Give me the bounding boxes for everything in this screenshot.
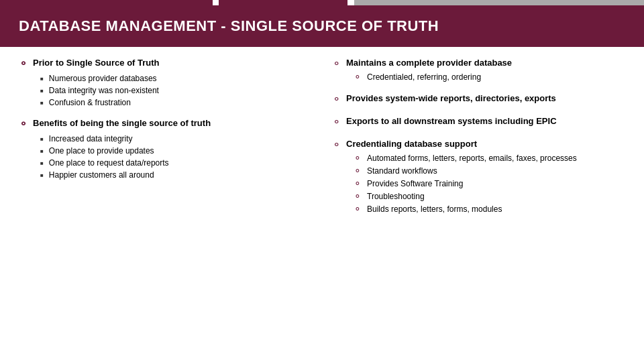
bullet-circle-icon: ⚬ — [332, 115, 341, 128]
bullet-circle-icon: ⚬ — [332, 138, 341, 151]
bullet-small-circle-icon: ⚬ — [354, 178, 362, 189]
right-sub-1-1: ⚬ Credentialed, referring, ordering — [354, 72, 625, 82]
bar1 — [0, 0, 213, 5]
right-section-4: ⚬ Credentialing database support ⚬ Autom… — [332, 139, 625, 215]
right-sub-4-3: ⚬ Provides Software Training — [354, 179, 625, 189]
left-sub-2-1: ■ Increased data integrity — [40, 134, 312, 143]
left-column: ⚬ Prior to Single Source of Truth ■ Nume… — [19, 58, 312, 225]
left-main-heading-1: ⚬ Prior to Single Source of Truth — [19, 58, 312, 70]
bullet-square-icon: ■ — [40, 160, 44, 166]
top-bars — [0, 0, 644, 5]
main-content: ⚬ Prior to Single Source of Truth ■ Nume… — [0, 58, 644, 225]
bullet-square-icon: ■ — [40, 100, 44, 106]
right-main-heading-3: ⚬ Exports to all downstream systems incl… — [332, 116, 625, 128]
bar4 — [347, 0, 354, 5]
bar5 — [354, 0, 644, 5]
page-title: DATABASE MANAGEMENT - SINGLE SOURCE OF T… — [19, 17, 625, 35]
bullet-square-icon: ■ — [40, 148, 44, 154]
bullet-circle-icon: ⚬ — [332, 57, 341, 70]
bullet-square-icon: ■ — [40, 136, 44, 142]
right-main-heading-1: ⚬ Maintains a complete provider database — [332, 58, 625, 70]
left-sub-1-2: ■ Data integrity was non-existent — [40, 86, 312, 95]
left-sub-2-3: ■ One place to request data/reports — [40, 158, 312, 168]
bullet-small-circle-icon: ⚬ — [354, 204, 362, 215]
bullet-small-circle-icon: ⚬ — [354, 72, 362, 82]
right-column: ⚬ Maintains a complete provider database… — [332, 58, 625, 225]
bullet-circle-icon: ⚬ — [332, 93, 341, 105]
bar2 — [213, 0, 219, 5]
right-sub-4-1: ⚬ Automated forms, letters, reports, ema… — [354, 154, 625, 164]
left-section-2: ⚬ Benefits of being the single source of… — [19, 118, 312, 180]
left-main-heading-2: ⚬ Benefits of being the single source of… — [19, 118, 312, 130]
right-sub-4-4: ⚬ Troubleshooting — [354, 192, 625, 202]
right-sub-4-5: ⚬ Builds reports, letters, forms, module… — [354, 204, 625, 215]
left-sub-1-3: ■ Confusion & frustration — [40, 98, 312, 107]
right-section-3: ⚬ Exports to all downstream systems incl… — [332, 116, 625, 128]
bullet-small-circle-icon: ⚬ — [354, 191, 362, 202]
left-section-1: ⚬ Prior to Single Source of Truth ■ Nume… — [19, 58, 312, 107]
bullet-square-icon: ■ — [40, 172, 44, 178]
bullet-small-circle-icon: ⚬ — [354, 153, 362, 164]
right-section-2: ⚬ Provides system-wide reports, director… — [332, 93, 625, 105]
right-main-heading-4: ⚬ Credentialing database support — [332, 139, 625, 151]
right-section-1: ⚬ Maintains a complete provider database… — [332, 58, 625, 82]
bullet-circle-icon: ⚬ — [19, 117, 28, 130]
left-sub-2-4: ■ Happier customers all around — [40, 170, 312, 180]
bar3 — [219, 0, 347, 5]
bullet-square-icon: ■ — [40, 88, 44, 94]
right-main-heading-2: ⚬ Provides system-wide reports, director… — [332, 93, 625, 105]
bullet-square-icon: ■ — [40, 76, 44, 82]
bullet-small-circle-icon: ⚬ — [354, 166, 362, 176]
right-sub-4-2: ⚬ Standard workflows — [354, 166, 625, 176]
bullet-circle-icon: ⚬ — [19, 57, 28, 70]
title-block: DATABASE MANAGEMENT - SINGLE SOURCE OF T… — [0, 5, 644, 47]
left-sub-1-1: ■ Numerous provider databases — [40, 74, 312, 83]
left-sub-2-2: ■ One place to provide updates — [40, 146, 312, 156]
